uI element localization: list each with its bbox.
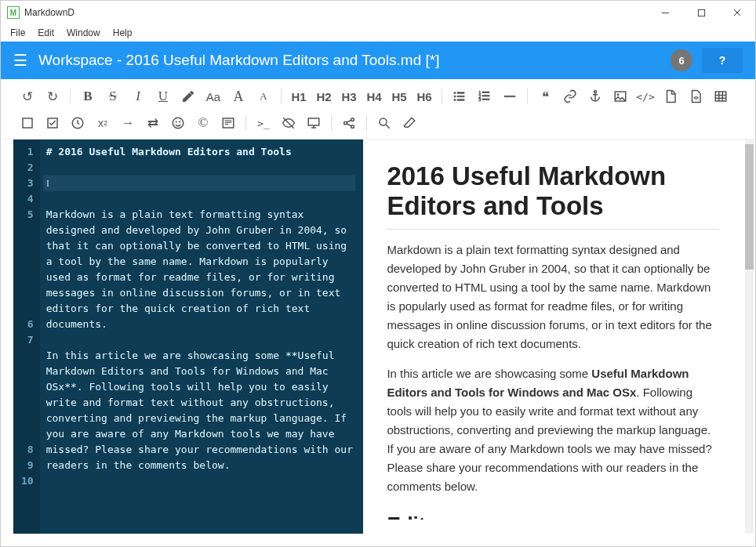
clock-icon[interactable] bbox=[65, 112, 90, 134]
svg-rect-14 bbox=[482, 96, 489, 97]
line-number: 3 bbox=[21, 176, 34, 191]
anchor-icon[interactable] bbox=[583, 85, 608, 107]
separator bbox=[331, 115, 332, 131]
header-bar: ☰ Workspace - 2016 Useful Markdown Edito… bbox=[1, 42, 755, 79]
h3-button[interactable]: H3 bbox=[336, 85, 362, 107]
share-icon[interactable] bbox=[336, 112, 362, 134]
app-icon: M bbox=[7, 6, 20, 19]
svg-rect-28 bbox=[23, 118, 32, 128]
titlebar: M MarkdownD bbox=[1, 1, 755, 24]
code-line[interactable]: Markdown is a plain text formatting synt… bbox=[43, 207, 356, 332]
image-icon[interactable] bbox=[608, 85, 633, 107]
eye-off-icon[interactable] bbox=[276, 112, 301, 134]
monitor-icon[interactable] bbox=[301, 112, 326, 134]
checkbox-empty-icon[interactable] bbox=[15, 112, 40, 134]
arrow-right-icon[interactable]: → bbox=[115, 112, 140, 134]
separator bbox=[70, 89, 71, 104]
quote-icon[interactable]: ❝ bbox=[532, 85, 558, 107]
line-number: 2 bbox=[21, 160, 34, 176]
redo-button[interactable]: ↻ bbox=[40, 85, 65, 107]
font-large-button[interactable]: A bbox=[226, 85, 251, 107]
line-number: 6 bbox=[21, 317, 34, 332]
separator bbox=[281, 89, 282, 104]
scrollbar[interactable] bbox=[745, 139, 754, 534]
code-line[interactable] bbox=[43, 489, 356, 505]
separator bbox=[527, 89, 528, 104]
line-number: 7 bbox=[21, 332, 34, 442]
preview-paragraph: Markdown is a plain text formatting synt… bbox=[387, 241, 719, 353]
strike-button[interactable]: S bbox=[100, 85, 125, 107]
scrollbar-thumb[interactable] bbox=[745, 144, 754, 270]
bold-button[interactable]: B bbox=[75, 85, 100, 107]
code-line[interactable] bbox=[43, 505, 356, 520]
menu-edit[interactable]: Edit bbox=[31, 26, 60, 40]
menu-window[interactable]: Window bbox=[60, 26, 107, 40]
eraser-icon[interactable] bbox=[397, 112, 422, 134]
svg-point-5 bbox=[454, 96, 456, 97]
svg-rect-7 bbox=[457, 92, 464, 94]
code-line[interactable] bbox=[43, 160, 356, 176]
code-line[interactable]: In this article we are showcasing some *… bbox=[43, 348, 356, 473]
line-number: 1 bbox=[21, 144, 34, 160]
link-icon[interactable] bbox=[558, 85, 583, 107]
code-icon[interactable]: </> bbox=[633, 85, 658, 107]
terminal-icon[interactable]: >_ bbox=[251, 112, 276, 134]
svg-point-4 bbox=[454, 92, 456, 93]
pencil-icon[interactable] bbox=[176, 85, 201, 107]
line-gutter: 12345678910 bbox=[13, 139, 40, 534]
file-icon[interactable] bbox=[658, 85, 683, 107]
notification-badge[interactable]: 6 bbox=[671, 49, 692, 71]
file-code-icon[interactable]: <> bbox=[683, 85, 708, 107]
editor-pane[interactable]: 12345678910 # 2016 Useful Markdown Edito… bbox=[13, 139, 363, 534]
menu-icon[interactable]: ☰ bbox=[13, 51, 27, 70]
code-area[interactable]: # 2016 Useful Markdown Editors and Tools… bbox=[40, 139, 364, 534]
font-small-button[interactable]: A bbox=[251, 85, 276, 107]
menu-help[interactable]: Help bbox=[107, 26, 139, 40]
undo-button[interactable]: ↺ bbox=[15, 85, 40, 107]
swap-icon[interactable]: ⇄ bbox=[140, 112, 165, 134]
line-number: 10 bbox=[21, 473, 34, 489]
help-button[interactable]: ? bbox=[702, 48, 743, 73]
document-title: Workspace - 2016 Useful Markdown Editors… bbox=[38, 52, 671, 69]
h1-button[interactable]: H1 bbox=[286, 85, 311, 107]
table-icon[interactable] bbox=[708, 85, 733, 107]
italic-button[interactable]: I bbox=[125, 85, 151, 107]
maximize-button[interactable] bbox=[683, 1, 719, 24]
svg-rect-39 bbox=[308, 118, 319, 125]
close-button[interactable] bbox=[719, 1, 755, 24]
separator bbox=[245, 115, 246, 131]
menu-file[interactable]: File bbox=[4, 26, 31, 40]
list-ol-icon[interactable]: 123 bbox=[472, 85, 497, 107]
preview-heading-cut: Editors bbox=[387, 509, 719, 520]
superscript-icon[interactable]: x2 bbox=[90, 112, 115, 134]
code-line[interactable] bbox=[43, 332, 356, 348]
h4-button[interactable]: H4 bbox=[362, 85, 387, 107]
preview-pane: 2016 Useful Markdown Editors and Tools M… bbox=[363, 139, 743, 534]
code-line[interactable] bbox=[43, 191, 356, 207]
h6-button[interactable]: H6 bbox=[412, 85, 437, 107]
svg-point-21 bbox=[617, 94, 619, 96]
svg-text:3: 3 bbox=[479, 97, 482, 102]
svg-point-17 bbox=[594, 91, 597, 93]
underline-button[interactable]: U bbox=[151, 85, 176, 107]
code-line[interactable]: I bbox=[43, 176, 356, 191]
list-ul-icon[interactable] bbox=[447, 85, 472, 107]
newspaper-icon[interactable] bbox=[216, 112, 241, 134]
copyright-icon[interactable]: © bbox=[191, 112, 216, 134]
minimize-button[interactable] bbox=[647, 1, 683, 24]
svg-rect-16 bbox=[504, 96, 515, 97]
font-case-button[interactable]: Aa bbox=[201, 85, 226, 107]
svg-line-48 bbox=[386, 125, 390, 129]
search-icon[interactable] bbox=[372, 112, 397, 134]
code-line[interactable] bbox=[43, 473, 356, 489]
checkbox-checked-icon[interactable] bbox=[40, 112, 65, 134]
line-number: 5 bbox=[21, 207, 34, 317]
svg-rect-1 bbox=[698, 9, 704, 16]
code-line[interactable]: # 2016 Useful Markdown Editors and Tools bbox=[43, 144, 356, 160]
svg-rect-15 bbox=[482, 99, 489, 100]
h5-button[interactable]: H5 bbox=[387, 85, 412, 107]
svg-rect-13 bbox=[482, 92, 489, 93]
emoji-icon[interactable] bbox=[165, 112, 191, 134]
h2-button[interactable]: H2 bbox=[311, 85, 336, 107]
hr-icon[interactable] bbox=[497, 85, 522, 107]
